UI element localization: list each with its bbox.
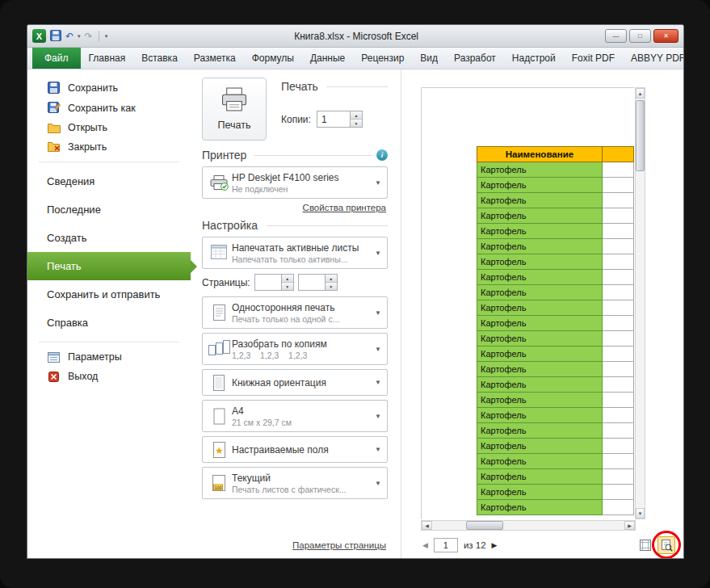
spinner-down-icon[interactable]: ▼ (326, 282, 337, 290)
table-cell-empty (602, 224, 633, 239)
maximize-button[interactable]: □ (629, 29, 651, 43)
spinner-up-icon[interactable]: ▲ (282, 275, 293, 282)
spinner-down-icon[interactable]: ▼ (282, 282, 293, 290)
printer-select-dropdown[interactable]: HP Deskjet F4100 series Не подключен ▼ (202, 166, 388, 199)
printer-icon (220, 87, 249, 116)
copies-stepper[interactable]: 1 ▲▼ (317, 111, 363, 128)
close-button[interactable]: ✕ (653, 29, 678, 43)
preview-zoom-buttons (636, 536, 675, 554)
preview-horizontal-scrollbar[interactable]: ◀ ▶ (421, 520, 636, 531)
sidebar-item-open[interactable]: Открыть (27, 118, 191, 137)
spinner-up-icon[interactable]: ▲ (326, 275, 337, 282)
table-cell-empty (602, 500, 633, 515)
margins-dropdown[interactable]: ★ Настраиваемые поля ▼ (202, 436, 388, 463)
sidebar-item-label: Создать (47, 232, 86, 244)
print-button[interactable]: Печать (202, 78, 267, 141)
current-page-input[interactable]: 1 (434, 538, 458, 552)
printer-info-icon[interactable]: i (376, 149, 388, 161)
vertical-scroll-track[interactable] (636, 99, 645, 508)
scroll-left-icon[interactable]: ◀ (422, 521, 432, 530)
sidebar-item-new[interactable]: Создать (27, 224, 191, 252)
tab-addins[interactable]: Надстрой (504, 48, 564, 69)
sidebar-item-exit[interactable]: Выход (27, 367, 191, 386)
copies-value[interactable]: 1 (317, 111, 351, 128)
show-margins-button[interactable] (636, 536, 654, 554)
tab-abbyy-pdf[interactable]: ABBYY PDF (623, 48, 684, 69)
table-cell-empty (602, 346, 633, 362)
excel-app-icon[interactable]: X (32, 29, 46, 43)
spinner-up-icon[interactable]: ▲ (351, 111, 362, 119)
sidebar-item-info[interactable]: Сведения (27, 167, 191, 195)
chevron-down-icon: ▼ (372, 379, 384, 386)
table-cell-name: Картофель (477, 285, 603, 300)
save-icon[interactable] (50, 30, 61, 43)
print-what-dropdown[interactable]: Напечатать активные листы Напечатать тол… (202, 237, 388, 269)
pages-from-stepper[interactable]: ▲▼ (254, 274, 294, 291)
duplex-dropdown[interactable]: Односторонняя печать Печать только на од… (202, 296, 388, 329)
pages-from-input[interactable] (254, 274, 282, 291)
sidebar-item-close[interactable]: Закрыть (27, 137, 191, 157)
undo-icon[interactable]: ↶ (65, 32, 74, 41)
preview-vertical-scrollbar[interactable]: ▲ ▼ (635, 87, 645, 519)
table-cell-name: Картофель (477, 469, 603, 485)
tab-review[interactable]: Рецензир (353, 48, 412, 69)
table-cell-empty (602, 239, 633, 254)
sidebar-item-save-and-send[interactable]: Сохранить и отправить (27, 280, 191, 309)
tab-data[interactable]: Данные (302, 48, 353, 69)
pages-to-stepper[interactable]: ▲▼ (298, 274, 338, 291)
scaling-dropdown[interactable]: 100 Текущий Печать листов с фактическ...… (202, 467, 388, 499)
scroll-right-icon[interactable]: ▶ (624, 521, 635, 530)
print-settings-panel: Печать Печать Копии: 1 ▲▼ (191, 69, 401, 558)
pages-range-row: Страницы: ▲▼ ▲▼ (202, 274, 388, 291)
print-preview-pane: Наименование Картофель Картофель (401, 69, 683, 558)
sidebar-item-help[interactable]: Справка (27, 309, 191, 337)
next-page-button[interactable]: ▶ (492, 542, 498, 549)
zoom-to-page-button[interactable] (657, 536, 675, 554)
orientation-dropdown[interactable]: Книжная ориентация ▼ (202, 369, 388, 396)
table-row: Картофель (477, 178, 634, 193)
undo-dropdown-icon[interactable]: ▾ (78, 33, 81, 40)
tab-page-layout[interactable]: Разметка (186, 48, 244, 69)
sidebar-item-recent[interactable]: Последние (27, 195, 191, 224)
tab-view[interactable]: Вид (412, 48, 446, 69)
sidebar-item-save[interactable]: Сохранить (27, 78, 191, 98)
previous-page-button[interactable]: ◀ (422, 542, 428, 549)
pages-to-input[interactable] (298, 274, 326, 291)
tab-formulas[interactable]: Формулы (244, 48, 302, 69)
sidebar-item-label: Выход (68, 371, 98, 382)
printer-status: Не подключен (232, 184, 372, 194)
tab-home[interactable]: Главная (81, 48, 134, 69)
sidebar-item-options[interactable]: Параметры (27, 347, 191, 367)
tab-developer[interactable]: Разработ (446, 48, 504, 69)
scroll-down-icon[interactable]: ▼ (636, 508, 645, 519)
table-cell-name: Картофель (477, 239, 603, 254)
column-header-name: Наименование (477, 147, 603, 162)
table-cell-empty (602, 270, 633, 285)
column-header-empty (602, 147, 633, 162)
sidebar-item-print[interactable]: Печать (27, 252, 191, 280)
tab-file[interactable]: Файл (32, 48, 81, 69)
collate-dropdown[interactable]: Разобрать по копиям 1,2,3 1,2,3 1,2,3 ▼ (202, 333, 388, 365)
table-cell-empty (602, 469, 633, 485)
preview-viewport: Наименование Картофель Картофель (421, 87, 634, 519)
printer-properties-link[interactable]: Свойства принтера (202, 203, 386, 212)
tab-insert[interactable]: Вставка (133, 48, 186, 69)
excel-window: X ↶ ▾ ↷ ▾ Книга8.xlsx - Microsoft Excel … (27, 24, 684, 559)
vertical-scroll-thumb[interactable] (636, 100, 645, 171)
copies-spinner-arrows[interactable]: ▲▼ (351, 111, 363, 128)
tab-foxit-pdf[interactable]: Foxit PDF (564, 48, 623, 69)
paper-size-dropdown[interactable]: A4 21 см x 29,7 см ▼ (202, 400, 388, 432)
spinner-down-icon[interactable]: ▼ (351, 119, 362, 127)
chevron-down-icon: ▼ (372, 250, 384, 257)
horizontal-scroll-track[interactable] (432, 521, 624, 530)
minimize-button[interactable]: — (605, 29, 627, 43)
scroll-up-icon[interactable]: ▲ (636, 88, 645, 99)
page-setup-link[interactable]: Параметры страницы (202, 540, 386, 550)
table-row: Картофель (477, 193, 634, 208)
horizontal-scroll-thumb[interactable] (466, 521, 503, 530)
sidebar-item-label: Последние (47, 204, 101, 216)
sidebar-item-save-as[interactable]: Сохранить как (27, 98, 191, 118)
table-row: Картофель (477, 485, 634, 500)
sidebar-item-label: Закрыть (68, 141, 107, 153)
dropdown-subtitle: Печать листов с фактическ... (232, 485, 372, 494)
